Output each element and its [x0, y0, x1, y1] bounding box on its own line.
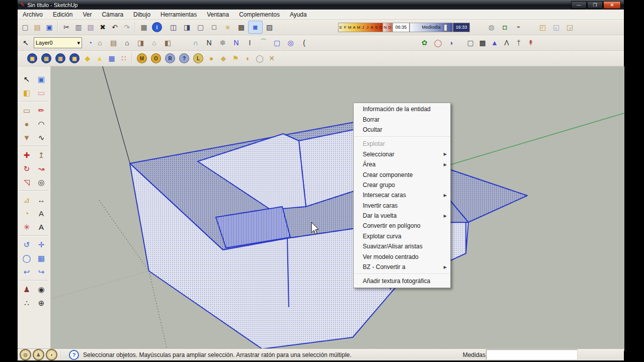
zoom-extents-tool[interactable]: ▦	[35, 251, 48, 265]
plugin-blue-3-icon[interactable]: ▥	[55, 53, 65, 63]
walk-tool[interactable]: ∴	[20, 296, 34, 310]
help-icon[interactable]: ?	[69, 350, 79, 360]
bezier-arc-icon[interactable]: ∩	[189, 37, 202, 49]
plugin-blue-1-icon[interactable]: ▣	[27, 53, 37, 63]
shadow-months-slider[interactable]: EFMAMJJASOND	[338, 23, 392, 32]
paste-icon[interactable]: ▧	[85, 21, 97, 33]
shaded-textures-style-icon[interactable]: ▩	[234, 21, 248, 33]
rotate-tool[interactable]: ↻	[20, 162, 34, 175]
orbit-tool[interactable]: ↺	[20, 238, 34, 251]
eraser-tool[interactable]: ▭	[35, 86, 48, 100]
text-tool[interactable]: A	[35, 207, 48, 220]
context-item-anadir-textura-fotografica[interactable]: Añadir textura fotográfica	[354, 276, 450, 286]
status-balloon-icon[interactable]: ◍	[20, 349, 31, 360]
context-item-explotar-curva[interactable]: Explotar curva	[354, 231, 450, 241]
show-shadows-icon[interactable]: ▨	[263, 21, 276, 33]
blue-pyramid-icon[interactable]: ▲	[489, 37, 501, 49]
right-view-icon[interactable]: ◨	[134, 37, 147, 49]
minimize-button[interactable]: —	[571, 1, 587, 9]
back-view-icon[interactable]: ⌂	[147, 37, 161, 49]
model-canvas[interactable]	[51, 66, 624, 351]
context-item-suavizar-alisar-aristas[interactable]: Suavizar/Alisar aristas	[354, 241, 450, 251]
circle-tool[interactable]: ●	[20, 117, 34, 131]
menu-archivo[interactable]: Archivo	[18, 10, 48, 19]
delete-icon[interactable]: ✖	[97, 21, 109, 33]
context-item-dar-la-vuelta[interactable]: Dar la vuelta▶	[354, 211, 450, 221]
line-tool[interactable]: ✏	[35, 104, 48, 117]
context-item-crear-grupo[interactable]: Crear grupo	[354, 180, 450, 190]
dimension-tool[interactable]: ↔	[35, 193, 48, 207]
bezier-segment-icon[interactable]: Ι	[243, 37, 257, 49]
look-around-tool[interactable]: ◉	[35, 283, 48, 296]
section-display-icon[interactable]: ◱	[549, 21, 563, 33]
section-plane-icon[interactable]: ◰	[536, 21, 549, 33]
rectangle-tool[interactable]: ▭	[20, 104, 34, 117]
gold-ball-icon[interactable]: ●	[205, 52, 217, 64]
maximize-button[interactable]: ❐	[587, 1, 603, 9]
select-tool[interactable]: ↖	[20, 72, 34, 86]
menu-edicion[interactable]: Edición	[48, 10, 77, 19]
drawing-viewport[interactable]: Información de la entidadBorrarOcultarEx…	[51, 66, 624, 348]
badge-r-icon[interactable]: R	[165, 53, 175, 63]
new-icon[interactable]: ▢	[19, 21, 31, 33]
monochrome-style-icon[interactable]: ◙	[248, 21, 263, 34]
offset-tool[interactable]: ◎	[35, 175, 48, 189]
crossed-tools-icon[interactable]: ✕	[266, 52, 278, 64]
badge-question-icon[interactable]: ?	[179, 53, 189, 63]
menu-ventana[interactable]: Ventana	[202, 10, 234, 19]
top-view-icon[interactable]: ▤	[107, 37, 120, 49]
closed-loop-icon[interactable]: ◯	[431, 37, 445, 49]
plugin-blue-2-icon[interactable]: ▤	[41, 53, 51, 63]
shaded-style-icon[interactable]: ■	[221, 21, 234, 33]
half-loop-icon[interactable]: ◗	[445, 37, 458, 49]
shadow-time-slider[interactable]: Mediodía	[410, 23, 453, 32]
context-item-convertir-en-poligono[interactable]: Convertir en polígono	[354, 221, 450, 231]
model-info-icon[interactable]: i	[152, 22, 162, 32]
stamp-tool-icon[interactable]: ◘	[498, 21, 512, 33]
context-item-intersecar-caras[interactable]: Intersecar caras▶	[354, 190, 450, 200]
xray-style-icon[interactable]: ◫	[167, 21, 180, 33]
redo-icon[interactable]: ↷	[121, 21, 133, 33]
iso-view-icon[interactable]: ⌂	[93, 37, 107, 49]
spiral-icon[interactable]: ◎	[284, 37, 297, 49]
bezier-curve-icon[interactable]: Ν	[202, 37, 216, 49]
yellow-diamond-icon[interactable]: ◆	[82, 52, 94, 64]
dome-mesh-icon[interactable]: ◓	[512, 21, 525, 33]
flag-icon[interactable]: ⚑	[229, 52, 242, 64]
status-person-icon[interactable]: ♟	[33, 349, 44, 360]
hatch-sphere-icon[interactable]: ▩	[476, 37, 489, 49]
freehand-tool[interactable]: ∿	[35, 131, 48, 144]
close-button[interactable]: ✕	[603, 1, 621, 9]
context-item-crear-componente[interactable]: Crear componente	[354, 169, 450, 179]
print-icon[interactable]: ▦	[138, 21, 150, 33]
bezier-flower-icon[interactable]: ✽	[216, 37, 229, 49]
cut-icon[interactable]: ✂	[60, 21, 72, 33]
left-view-icon[interactable]: ◧	[161, 37, 175, 49]
cactus-plugin-icon[interactable]: ✿	[418, 37, 431, 49]
menu-herramientas[interactable]: Herramientas	[155, 10, 202, 19]
badge-l-icon[interactable]: L	[193, 53, 203, 63]
context-item-informacion-de-la-entidad[interactable]: Información de la entidad	[354, 104, 450, 114]
wireframe-style-icon[interactable]: ▢	[194, 21, 207, 33]
open-arc-icon[interactable]: (	[297, 37, 311, 49]
tape-measure-tool[interactable]: ⊿	[20, 193, 34, 207]
context-item-borrar[interactable]: Borrar	[354, 114, 450, 124]
context-item-invertir-caras[interactable]: Invertir caras	[354, 201, 450, 211]
protractor-tool[interactable]: ◔	[20, 207, 34, 220]
extrude-box-icon[interactable]: ↟	[525, 37, 537, 49]
scale-tool[interactable]: ◹	[20, 175, 34, 189]
back-edges-style-icon[interactable]: ◨	[180, 21, 194, 33]
hidden-line-style-icon[interactable]: □	[207, 21, 221, 33]
section-cuts-icon[interactable]: ◲	[563, 21, 577, 33]
bezier-green-arc-icon[interactable]: ⌒	[257, 37, 270, 49]
yellow-cone-icon[interactable]: ▲	[94, 52, 106, 64]
menu-dibujo[interactable]: Dibujo	[128, 10, 155, 19]
position-camera-tool[interactable]: ♟	[20, 283, 34, 296]
move-tool[interactable]: ✚	[20, 148, 34, 162]
context-item-seleccionar[interactable]: Seleccionar▶	[354, 149, 450, 159]
menu-ver[interactable]: Ver	[77, 10, 97, 19]
menu-camara[interactable]: Cámara	[97, 10, 128, 19]
menu-complementos[interactable]: Complementos	[234, 10, 285, 19]
plugin-blue-4-icon[interactable]: ▦	[69, 53, 79, 63]
previous-view-tool[interactable]: ↩	[20, 265, 34, 279]
